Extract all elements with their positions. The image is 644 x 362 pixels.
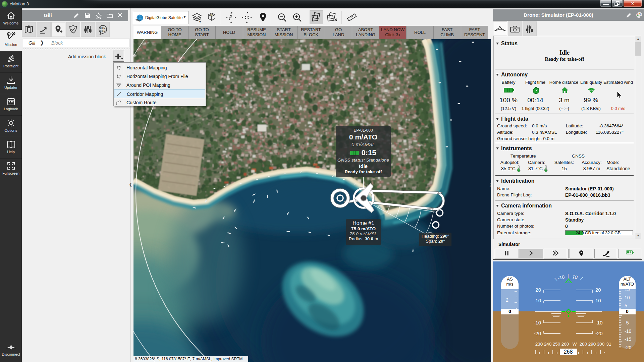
svg-text:PPK: PPK [100, 30, 106, 33]
svg-text:-20: -20 [534, 330, 541, 336]
svg-text:-10: -10 [534, 320, 541, 325]
svg-text:10: 10 [572, 274, 578, 280]
svg-text:-10: -10 [595, 320, 603, 325]
svg-text:RTK: RTK [100, 27, 106, 30]
svg-text:290: 290 [588, 342, 596, 347]
svg-text:268: 268 [564, 349, 573, 355]
svg-text:230: 230 [535, 342, 543, 347]
svg-text:31: 31 [606, 342, 611, 347]
svg-text:250: 250 [553, 342, 560, 347]
svg-text:-20: -20 [595, 330, 603, 336]
svg-text:3D: 3D [210, 14, 213, 17]
svg-text:-10: -10 [557, 274, 565, 281]
svg-text:W: W [573, 342, 577, 347]
svg-text:260: 260 [561, 342, 569, 347]
svg-text:280: 280 [580, 342, 587, 347]
svg-text:300: 300 [597, 342, 605, 347]
svg-text:20: 20 [595, 287, 601, 293]
svg-text:10: 10 [535, 298, 541, 303]
svg-text:\: \ [554, 277, 558, 282]
svg-text:|: | [568, 273, 569, 279]
svg-text:20: 20 [535, 287, 541, 293]
svg-text:10: 10 [595, 298, 601, 303]
svg-text:240: 240 [544, 342, 552, 347]
svg-text:/: / [580, 276, 583, 281]
